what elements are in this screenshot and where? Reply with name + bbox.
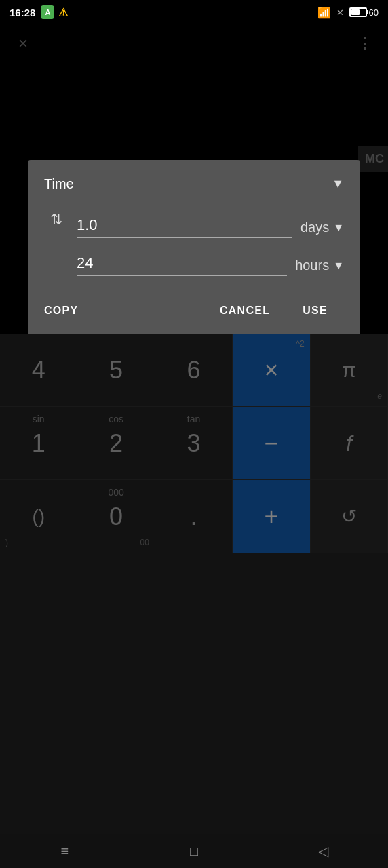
battery-indicator: 60 xyxy=(349,7,379,18)
copy-button[interactable]: COPY xyxy=(44,298,94,323)
swap-icon[interactable]: ⇅ xyxy=(44,211,69,233)
input-value-1[interactable] xyxy=(77,214,292,238)
unit-label-2: hours xyxy=(295,258,329,273)
use-button[interactable]: USE xyxy=(286,298,344,323)
input-group-1: days ▼ xyxy=(77,214,344,238)
input-group-2: hours ▼ xyxy=(77,252,344,276)
app-icon-green: A xyxy=(41,5,54,19)
bottom-nav: ≡ □ ◁ xyxy=(0,834,388,868)
unit-label-1: days xyxy=(300,220,329,235)
nav-back-button[interactable]: ◁ xyxy=(303,837,344,865)
nav-menu-button[interactable]: ≡ xyxy=(44,837,85,865)
unit-selector-1[interactable]: days ▼ xyxy=(300,220,344,238)
dialog-header: Time ▼ xyxy=(44,176,344,192)
dialog-buttons: COPY CANCEL USE xyxy=(44,292,344,323)
input-row-1: ⇅ days ▼ xyxy=(44,211,344,238)
unit-arrow-1: ▼ xyxy=(333,222,344,234)
unit-selector-2[interactable]: hours ▼ xyxy=(295,258,344,276)
input-row-2: hours ▼ xyxy=(44,252,344,276)
cancel-button[interactable]: CANCEL xyxy=(203,298,286,323)
status-bar: 16:28 A ⚠ 📶 ✕ 60 xyxy=(0,0,388,24)
battery-percent: 60 xyxy=(369,7,379,18)
time-dialog: Time ▼ ⇅ days ▼ hours ▼ xyxy=(28,160,360,334)
warning-icon: ⚠ xyxy=(58,6,68,19)
nav-home-button[interactable]: □ xyxy=(174,837,214,865)
input-value-2[interactable] xyxy=(77,252,287,276)
wifi-icon: 📶 xyxy=(317,6,331,19)
dialog-overlay: Time ▼ ⇅ days ▼ hours ▼ xyxy=(0,24,388,834)
x-icon: ✕ xyxy=(336,7,344,18)
dialog-title: Time xyxy=(44,176,74,192)
time-display: 16:28 xyxy=(9,7,35,18)
unit-arrow-2: ▼ xyxy=(333,260,344,272)
dialog-title-arrow[interactable]: ▼ xyxy=(332,177,344,191)
